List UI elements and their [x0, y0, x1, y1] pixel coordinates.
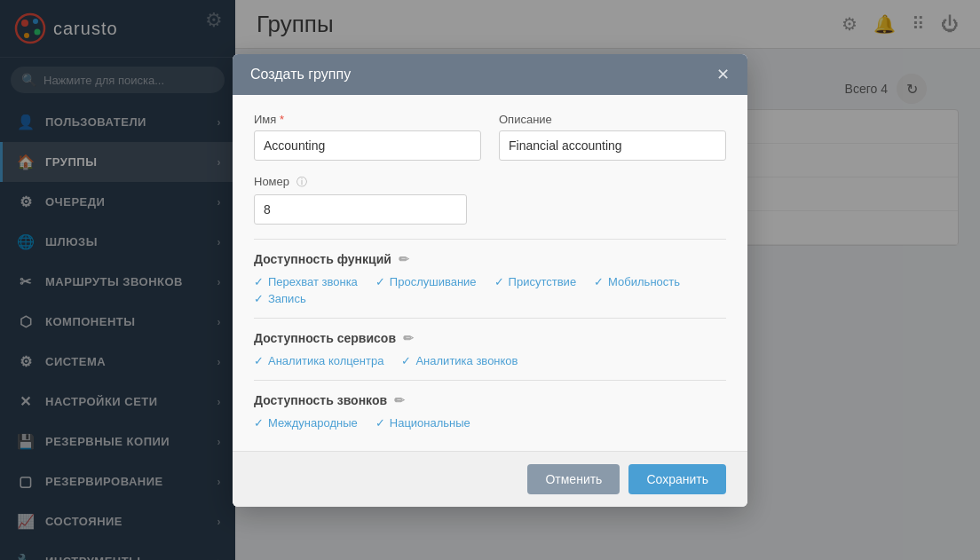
modal-overlay[interactable]: Создать группу ✕ Имя * Описание: [0, 0, 980, 560]
main-content: Группы ⚙ 🔔 ⠿ ⏻ + + Новая группа Всего 4 …: [235, 0, 980, 560]
description-label: Описание: [499, 113, 726, 126]
call-item-national: ✓ Национальные: [375, 416, 470, 430]
number-input[interactable]: [254, 194, 467, 225]
form-group-description: Описание: [499, 113, 726, 161]
check-icon: ✓: [254, 275, 264, 288]
cancel-button[interactable]: Отменить: [527, 464, 620, 494]
modal-close-button[interactable]: ✕: [716, 67, 730, 83]
required-indicator: *: [280, 113, 284, 126]
feature-label: Запись: [268, 292, 306, 305]
services-edit-icon[interactable]: ✏: [403, 331, 414, 345]
modal-title: Создать группу: [250, 67, 351, 83]
check-icon: ✓: [254, 416, 264, 430]
check-icon: ✓: [254, 292, 264, 305]
modal-body: Имя * Описание Номер ⓘ: [233, 95, 747, 451]
feature-item-call-intercept: ✓ Перехват звонка: [254, 275, 358, 288]
check-icon: ✓: [254, 354, 264, 367]
form-row-name-desc: Имя * Описание: [254, 113, 726, 161]
save-button[interactable]: Сохранить: [628, 464, 726, 494]
call-item-international: ✓ Международные: [254, 416, 358, 430]
feature-label: Прослушивание: [390, 275, 477, 288]
calls-edit-icon[interactable]: ✏: [394, 393, 405, 407]
feature-item-presence: ✓ Присутствие: [494, 275, 577, 288]
form-row-number: Номер ⓘ: [254, 175, 726, 225]
check-icon: ✓: [594, 275, 604, 288]
number-label: Номер ⓘ: [254, 175, 467, 190]
name-label: Имя *: [254, 113, 481, 126]
feature-item-record: ✓ Запись: [254, 292, 306, 305]
description-input[interactable]: [499, 130, 726, 161]
features-edit-icon[interactable]: ✏: [399, 252, 409, 266]
call-label: Национальные: [390, 416, 470, 430]
features-list-2: ✓ Запись: [254, 292, 726, 305]
services-list: ✓ Аналитика колцентра ✓ Аналитика звонко…: [254, 354, 726, 367]
modal-footer: Отменить Сохранить: [233, 451, 747, 507]
feature-item-listening: ✓ Прослушивание: [375, 275, 477, 288]
check-icon: ✓: [375, 416, 385, 430]
call-label: Международные: [268, 416, 358, 430]
form-group-name: Имя *: [254, 113, 481, 161]
check-icon: ✓: [401, 354, 411, 367]
feature-label: Перехват звонка: [268, 275, 358, 288]
number-help-icon: ⓘ: [296, 176, 307, 188]
create-group-modal: Создать группу ✕ Имя * Описание: [233, 54, 747, 507]
feature-label: Присутствие: [509, 275, 577, 288]
name-input[interactable]: [254, 130, 481, 161]
features-section-title: Доступность функций ✏: [254, 252, 726, 266]
calls-list: ✓ Международные ✓ Национальные: [254, 416, 726, 430]
form-group-number: Номер ⓘ: [254, 175, 467, 225]
modal-header: Создать группу ✕: [233, 54, 747, 95]
service-label: Аналитика колцентра: [268, 354, 383, 367]
service-item-call-analytics: ✓ Аналитика звонков: [401, 354, 518, 367]
feature-item-mobility: ✓ Мобильность: [594, 275, 680, 288]
service-label: Аналитика звонков: [415, 354, 518, 367]
feature-label: Мобильность: [608, 275, 680, 288]
check-icon: ✓: [375, 275, 385, 288]
features-list: ✓ Перехват звонка ✓ Прослушивание ✓ Прис…: [254, 275, 726, 288]
check-icon: ✓: [494, 275, 504, 288]
services-section-title: Доступность сервисов ✏: [254, 331, 726, 345]
calls-section-title: Доступность звонков ✏: [254, 393, 726, 407]
service-item-analytics: ✓ Аналитика колцентра: [254, 354, 383, 367]
